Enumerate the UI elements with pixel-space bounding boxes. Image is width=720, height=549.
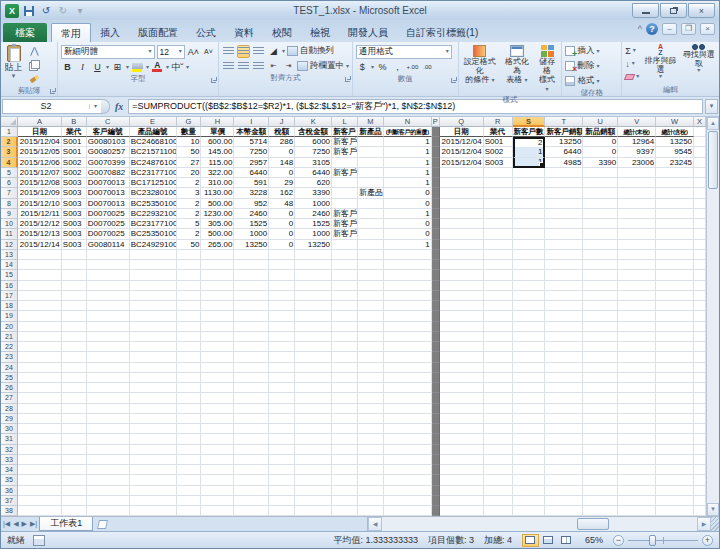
- cell[interactable]: [583, 434, 618, 444]
- cell[interactable]: [332, 465, 358, 475]
- cell[interactable]: [513, 434, 546, 444]
- row-header[interactable]: 37: [1, 496, 18, 506]
- cell[interactable]: [358, 445, 384, 455]
- cell[interactable]: [177, 311, 202, 321]
- cell[interactable]: [18, 332, 62, 342]
- cell[interactable]: [384, 486, 432, 496]
- cell[interactable]: [332, 301, 358, 311]
- cell[interactable]: [87, 281, 130, 291]
- cell[interactable]: 2460: [234, 209, 269, 219]
- cell[interactable]: [177, 281, 202, 291]
- cell[interactable]: [513, 404, 546, 414]
- column-header[interactable]: S: [513, 117, 546, 127]
- cell[interactable]: [234, 465, 269, 475]
- cell[interactable]: [618, 455, 656, 465]
- cell[interactable]: [694, 127, 706, 137]
- cell[interactable]: 2015/12/11: [18, 209, 62, 219]
- cell[interactable]: [201, 445, 234, 455]
- cell[interactable]: [656, 445, 694, 455]
- column-header[interactable]: N: [384, 117, 432, 127]
- cell[interactable]: [513, 424, 546, 434]
- cell[interactable]: [545, 414, 583, 424]
- cell[interactable]: 23245: [656, 158, 694, 168]
- cell[interactable]: [18, 486, 62, 496]
- cell[interactable]: 1: [384, 240, 432, 250]
- cell[interactable]: S003: [62, 188, 87, 198]
- cell[interactable]: [618, 270, 656, 280]
- cell[interactable]: 2: [177, 178, 202, 188]
- cell[interactable]: 0: [384, 188, 432, 198]
- cell[interactable]: 13250: [545, 137, 583, 147]
- cell[interactable]: [18, 301, 62, 311]
- cell[interactable]: 0: [269, 240, 295, 250]
- cell[interactable]: [583, 342, 618, 352]
- cell[interactable]: 0: [269, 209, 295, 219]
- copy-button[interactable]: [27, 59, 42, 70]
- help-icon[interactable]: ?: [646, 23, 658, 35]
- cell[interactable]: [384, 424, 432, 434]
- cell[interactable]: [62, 311, 87, 321]
- cell[interactable]: [545, 229, 583, 239]
- cell[interactable]: [130, 455, 177, 465]
- merge-center-button[interactable]: 跨欄置中▾: [297, 60, 349, 72]
- cell[interactable]: [513, 414, 546, 424]
- cell[interactable]: [295, 404, 332, 414]
- cell[interactable]: [432, 301, 440, 311]
- cell[interactable]: [484, 496, 513, 506]
- align-center-button[interactable]: [237, 60, 250, 73]
- cell[interactable]: [432, 240, 440, 250]
- cell[interactable]: 1525: [295, 219, 332, 229]
- decrease-indent-button[interactable]: ⇤: [267, 60, 280, 73]
- cell[interactable]: [694, 363, 706, 373]
- column-header[interactable]: W: [656, 117, 694, 127]
- cell[interactable]: [130, 506, 177, 516]
- cell[interactable]: [130, 496, 177, 506]
- cell[interactable]: [484, 322, 513, 332]
- cell[interactable]: [694, 301, 706, 311]
- minimize-button[interactable]: [632, 3, 659, 18]
- cell[interactable]: [694, 250, 706, 260]
- workbook-close-button[interactable]: ×: [700, 23, 715, 35]
- cell[interactable]: [384, 332, 432, 342]
- cell[interactable]: [440, 291, 484, 301]
- cell[interactable]: [513, 219, 546, 229]
- cell[interactable]: [332, 393, 358, 403]
- cell[interactable]: [269, 332, 295, 342]
- cell[interactable]: [432, 322, 440, 332]
- cell[interactable]: 2015/12/10: [18, 199, 62, 209]
- cell[interactable]: [656, 414, 694, 424]
- cell[interactable]: [234, 404, 269, 414]
- cell[interactable]: 620: [295, 178, 332, 188]
- cell[interactable]: [130, 250, 177, 260]
- cell[interactable]: 2015/12/08: [18, 178, 62, 188]
- cell[interactable]: [87, 414, 130, 424]
- cell[interactable]: [440, 434, 484, 444]
- cell[interactable]: [656, 383, 694, 393]
- cell[interactable]: [62, 322, 87, 332]
- cell[interactable]: [62, 342, 87, 352]
- cell[interactable]: 6000: [295, 137, 332, 147]
- cell[interactable]: [694, 281, 706, 291]
- cell[interactable]: [583, 486, 618, 496]
- cell[interactable]: [269, 465, 295, 475]
- cell[interactable]: 1: [384, 168, 432, 178]
- cell[interactable]: [656, 250, 694, 260]
- row-header[interactable]: 35: [1, 475, 18, 485]
- cell[interactable]: [513, 240, 546, 250]
- cell[interactable]: [87, 383, 130, 393]
- cell[interactable]: [583, 168, 618, 178]
- cell[interactable]: [484, 270, 513, 280]
- cell[interactable]: [332, 270, 358, 280]
- cell[interactable]: [269, 260, 295, 270]
- row-header[interactable]: 8: [1, 199, 18, 209]
- cell[interactable]: 總計(含稅): [656, 127, 694, 137]
- cell[interactable]: [201, 291, 234, 301]
- cell[interactable]: [384, 281, 432, 291]
- cell[interactable]: [513, 229, 546, 239]
- cell[interactable]: [384, 434, 432, 444]
- conditional-formatting-button[interactable]: 設定格式化 的條件 ▾: [460, 43, 500, 86]
- horizontal-scrollbar[interactable]: ◀ ▶: [367, 517, 719, 531]
- column-header[interactable]: P: [432, 117, 440, 127]
- cell[interactable]: 20: [177, 168, 202, 178]
- cell[interactable]: [295, 363, 332, 373]
